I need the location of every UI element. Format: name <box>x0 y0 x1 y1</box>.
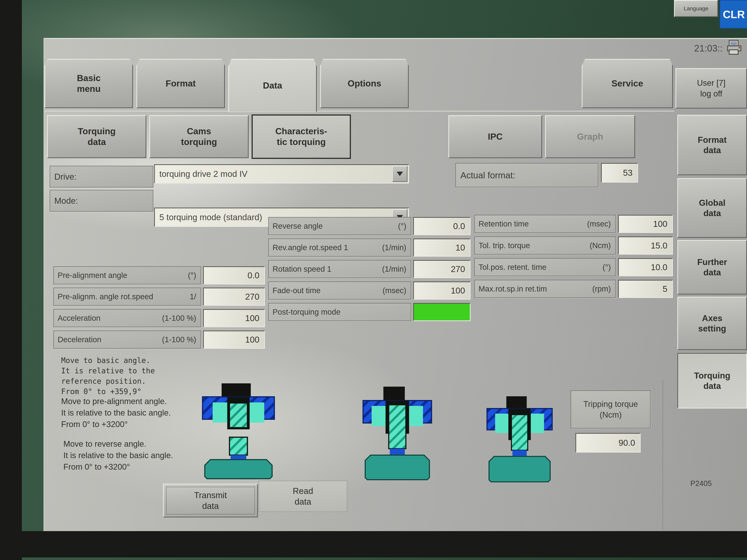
tab-format-label: Format <box>165 78 196 89</box>
param-label: Tol. trip. torque(Ncm) <box>474 237 616 255</box>
transmit-data-button[interactable]: Transmit data <box>163 484 258 517</box>
tripping-torque-label: Tripping torque (Ncm) <box>571 390 651 428</box>
subtab-ipc[interactable]: IPC <box>448 115 542 158</box>
param-label-text: Rev.angle rot.speed 1 <box>269 243 348 252</box>
read-data-button[interactable]: Read data <box>259 481 347 512</box>
printer-icon[interactable] <box>726 39 743 56</box>
param-value-field[interactable]: 0.0 <box>413 217 470 235</box>
param-label-text: Rotation speed 1 <box>269 265 331 273</box>
param-value-field[interactable]: 270 <box>413 260 470 278</box>
sidebar-global-data-label: Global data <box>699 197 725 218</box>
sidebar-axes-setting[interactable]: Axes setting <box>677 297 747 350</box>
param-value-field[interactable]: 100 <box>618 215 673 233</box>
param-unit: (msec) <box>587 219 615 228</box>
read-data-label: Read data <box>293 485 313 507</box>
param-value-field[interactable]: 0.0 <box>203 266 265 285</box>
page-code-text: P2405 <box>690 479 712 487</box>
param-unit: (rpm) <box>592 285 615 293</box>
mode-label-text: Mode: <box>54 196 78 206</box>
param-label: Pre-alignm. angle rot.speed1/ <box>53 288 201 306</box>
param-label: Reverse angle(°) <box>268 217 411 235</box>
clock: 21:03:: <box>667 43 723 55</box>
sidebar-torquing-data[interactable]: Torquing data <box>677 353 747 408</box>
sidebar-global-data[interactable]: Global data <box>677 178 747 238</box>
param-unit: (°) <box>188 271 201 280</box>
param-value-field[interactable]: 10.0 <box>618 258 673 276</box>
param-label-text: Post-torquing mode <box>269 308 340 317</box>
mode-select-value: 5 torquing mode (standard) <box>159 212 262 222</box>
actual-format-value[interactable]: 53 <box>601 163 638 183</box>
tripping-torque-value[interactable]: 90.0 <box>575 433 641 453</box>
subtab-torquing-data-label: Torquing data <box>78 126 115 148</box>
param-value-text: 15.0 <box>651 241 667 250</box>
monitor-photo: Language CLR 21:03:: Basic menu Format D… <box>0 0 747 560</box>
subtab-characteristic-torquing[interactable]: Characteris- tic torquing <box>252 114 351 159</box>
param-value-field[interactable]: 270 <box>203 288 265 306</box>
language-button[interactable]: Language <box>674 0 718 17</box>
subtab-torquing-data[interactable]: Torquing data <box>47 115 146 158</box>
sidebar-further-data[interactable]: Further data <box>677 240 747 294</box>
param-label: Fade-out time(msec) <box>268 282 411 300</box>
capping-head-graphic-mid <box>360 385 435 482</box>
param-label-text: Tol. trip. torque <box>475 241 530 250</box>
param-value-text: 100 <box>451 286 465 296</box>
subtab-cams-torquing[interactable]: Cams torquing <box>149 115 249 158</box>
drive-select[interactable]: torquing drive 2 mod IV <box>154 164 409 184</box>
param-label: Acceleration(1-100 %) <box>53 309 201 327</box>
clr-button-label: CLR <box>723 8 745 21</box>
tab-service-label: Service <box>612 78 643 89</box>
param-value-field[interactable]: 100 <box>413 282 470 300</box>
param-value-text: 100 <box>245 313 259 323</box>
param-label-text: Acceleration <box>54 314 100 323</box>
param-unit: (°) <box>398 222 411 231</box>
sidebar-format-data-label: Format data <box>698 135 727 155</box>
sidebar-format-data[interactable]: Format data <box>677 115 747 175</box>
tab-basic-menu-label: Basic menu <box>77 73 101 94</box>
param-unit: 1/ <box>190 292 201 301</box>
bezel-left <box>0 0 22 560</box>
param-value-text: 10.0 <box>651 262 667 272</box>
tab-row-divider <box>44 111 674 111</box>
subtab-characteristic-torquing-label: Characteris- tic torquing <box>275 126 327 148</box>
tripping-torque-label-text: Tripping torque (Ncm) <box>584 399 638 420</box>
param-unit: (1-100 %) <box>162 335 201 344</box>
param-label-text: Reverse angle <box>269 222 323 231</box>
tab-options[interactable]: Options <box>320 59 409 108</box>
chevron-down-icon <box>397 172 403 176</box>
param-label-text: Max.rot.sp.in ret.tim <box>475 285 547 293</box>
param-value-field[interactable]: 15.0 <box>618 237 673 255</box>
param-value-field[interactable]: 100 <box>203 309 265 327</box>
param-label: Retention time(msec) <box>474 215 616 233</box>
clock-time: 21:03:: <box>694 43 723 54</box>
drive-label-text: Drive: <box>54 172 77 182</box>
actual-format-label: Actual format: <box>455 163 598 187</box>
actual-format-label-text: Actual format: <box>460 170 515 180</box>
user-logoff-button[interactable]: User [7] log off <box>675 68 747 108</box>
tab-basic-menu[interactable]: Basic menu <box>45 59 133 108</box>
param-unit: (1-100 %) <box>162 314 201 323</box>
param-value-field[interactable]: 100 <box>203 330 265 349</box>
param-value-text: 270 <box>245 292 259 302</box>
note-basic-angle: Move to basic angle. It is relative to t… <box>61 355 221 397</box>
user-logoff-label: User [7] log off <box>697 78 725 99</box>
page-code: P2405 <box>690 479 712 487</box>
subtab-graph[interactable]: Graph <box>545 115 635 158</box>
post-torquing-mode-indicator[interactable] <box>413 303 470 321</box>
drive-dropdown-button[interactable] <box>392 166 407 182</box>
param-value-field[interactable]: 5 <box>618 280 673 298</box>
drive-select-value: torquing drive 2 mod IV <box>159 169 248 179</box>
param-label-text: Deceleration <box>54 335 101 344</box>
param-value-field[interactable]: 10 <box>413 239 470 257</box>
param-label-text: Tol.pos. retent. time <box>475 263 546 272</box>
param-label: Deceleration(1-100 %) <box>53 330 201 349</box>
bezel-bottom <box>0 531 747 557</box>
transmit-data-label: Transmit data <box>194 490 227 511</box>
capping-head-graphic-raised <box>199 380 278 481</box>
tab-format[interactable]: Format <box>136 59 225 108</box>
param-unit: (°) <box>602 263 615 272</box>
clr-button[interactable]: CLR <box>720 0 747 28</box>
tab-data[interactable]: Data <box>228 59 317 112</box>
tab-service[interactable]: Service <box>582 59 673 108</box>
param-label: Rotation speed 1(1/min) <box>268 260 411 278</box>
language-button-label: Language <box>684 5 708 12</box>
